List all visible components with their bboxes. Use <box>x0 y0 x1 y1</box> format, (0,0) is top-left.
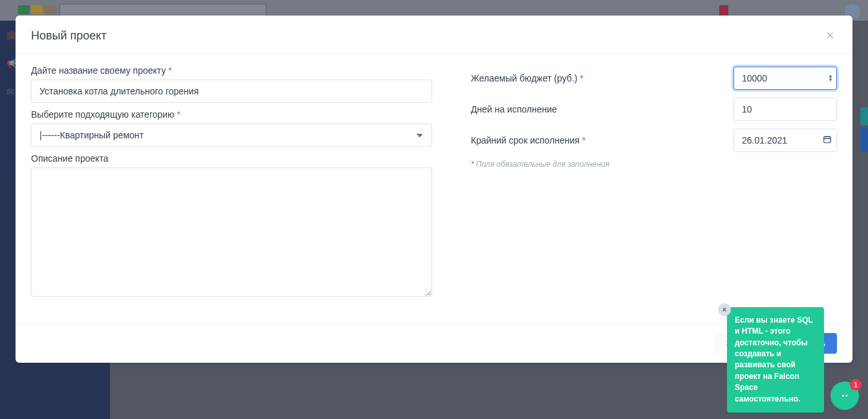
modal-header: Новый проект × <box>16 16 852 53</box>
days-input[interactable] <box>733 98 837 121</box>
calendar-icon[interactable] <box>823 135 832 146</box>
svg-point-2 <box>842 395 844 397</box>
description-label: Описание проекта <box>31 153 432 164</box>
hint-text: Поля обязательные для заполнения <box>474 160 610 169</box>
required-mark: * <box>177 109 180 120</box>
required-mark: * <box>580 73 583 83</box>
days-label: Дней на исполнение <box>471 104 733 114</box>
svg-point-1 <box>839 390 851 402</box>
close-icon[interactable]: × <box>823 28 837 43</box>
modal-body: Дайте название своему проекту * Выберите… <box>16 54 852 323</box>
budget-label-text: Желаемый бюджет (руб.) <box>471 73 578 83</box>
name-label-text: Дайте название своему проекту <box>31 65 166 76</box>
budget-label: Желаемый бюджет (руб.) * <box>471 73 733 83</box>
form-right-column: Желаемый бюджет (руб.) * ▲▼ Дней на испо… <box>471 64 837 305</box>
svg-point-3 <box>845 395 847 397</box>
required-fields-hint: * Поля обязательные для заполнения <box>471 160 837 169</box>
chat-badge: 1 <box>850 379 862 391</box>
form-left-column: Дайте название своему проекту * Выберите… <box>31 64 432 305</box>
promo-tooltip: × Если вы знаете SQL и HTML - этого дост… <box>727 307 824 413</box>
budget-input[interactable] <box>733 67 837 90</box>
svg-rect-0 <box>824 136 831 142</box>
tooltip-close-icon[interactable]: × <box>718 303 731 316</box>
name-label: Дайте название своему проекту * <box>31 65 432 76</box>
chat-fab-button[interactable]: 1 <box>830 381 859 410</box>
tooltip-text: Если вы знаете SQL и HTML - этого достат… <box>735 316 813 403</box>
description-textarea[interactable] <box>31 167 432 297</box>
deadline-label: Крайний срок исполнения * <box>471 135 733 145</box>
category-label: Выберите подходящую категорию * <box>31 109 432 120</box>
chat-icon <box>838 389 852 403</box>
deadline-label-text: Крайний срок исполнения <box>471 135 580 145</box>
modal-title: Новый проект <box>31 29 107 43</box>
required-mark: * <box>582 135 585 145</box>
project-name-input[interactable] <box>31 80 432 103</box>
required-mark: * <box>168 65 171 76</box>
deadline-input[interactable] <box>733 129 837 152</box>
category-select[interactable]: |------Квартирный ремонт <box>31 124 432 147</box>
number-spinner-icon[interactable]: ▲▼ <box>828 74 833 82</box>
category-label-text: Выберите подходящую категорию <box>31 109 175 120</box>
